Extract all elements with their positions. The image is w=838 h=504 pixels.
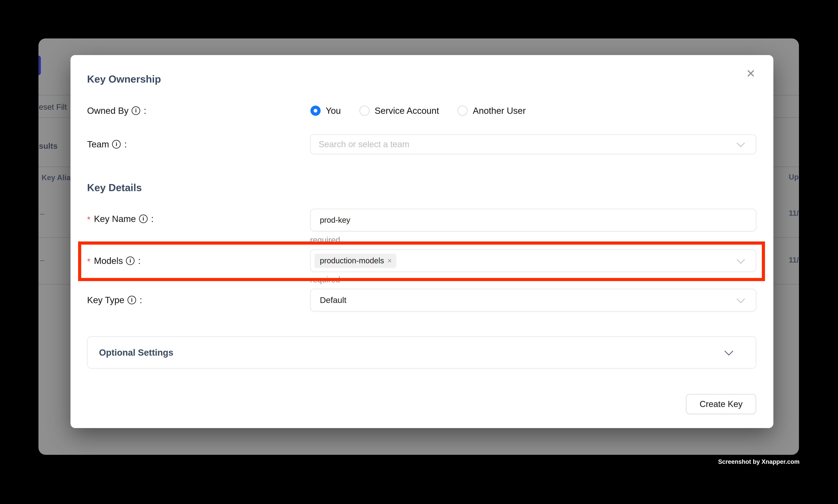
key-name-label: * Key Name i :	[87, 214, 154, 224]
team-label-text: Team	[87, 139, 109, 149]
radio-option-you[interactable]: You	[310, 105, 341, 116]
watermark-text: Screenshot by Xnapper.com	[718, 458, 800, 465]
key-type-select[interactable]: Default	[310, 289, 756, 311]
key-name-value: prod-key	[320, 216, 350, 224]
table-row-cell: 11/	[789, 256, 799, 264]
table-header-key-alias: Key Alia	[41, 174, 71, 182]
background-blue-button-fragment	[38, 56, 41, 75]
radio-option-another-user[interactable]: Another User	[458, 105, 525, 116]
results-count-fragment: sults	[39, 142, 58, 151]
label-colon: :	[124, 139, 127, 149]
chevron-down-icon	[737, 139, 745, 147]
info-icon[interactable]: i	[112, 140, 121, 148]
radio-option-service-account[interactable]: Service Account	[359, 105, 439, 116]
owned-by-label-text: Owned By	[87, 105, 128, 116]
radio-label: Another User	[473, 105, 525, 116]
table-header-updated: Up	[789, 173, 799, 181]
team-select[interactable]: Search or select a team	[310, 134, 756, 155]
label-colon: :	[144, 105, 146, 116]
key-ownership-section-title: Key Ownership	[87, 73, 161, 85]
team-select-placeholder: Search or select a team	[319, 139, 409, 149]
reset-filters-button-fragment[interactable]: eset Filt	[39, 103, 67, 112]
optional-settings-panel[interactable]: Optional Settings	[87, 336, 756, 369]
key-type-value: Default	[320, 295, 346, 305]
radio-label: Service Account	[375, 105, 439, 116]
close-icon[interactable]: ✕	[746, 68, 755, 79]
owned-by-radio-group: You Service Account Another User	[310, 105, 525, 116]
optional-settings-title: Optional Settings	[99, 347, 173, 358]
key-details-section-title: Key Details	[87, 182, 142, 194]
info-icon[interactable]: i	[139, 215, 148, 223]
create-key-button[interactable]: Create Key	[686, 394, 756, 414]
radio-button[interactable]	[458, 106, 468, 116]
table-row-cell: –	[40, 209, 44, 218]
key-name-label-text: Key Name	[94, 214, 136, 224]
radio-button[interactable]	[359, 106, 370, 116]
label-colon: :	[140, 295, 142, 305]
annotation-highlight-box	[78, 241, 765, 281]
key-name-input[interactable]: prod-key	[310, 209, 756, 232]
info-icon[interactable]: i	[127, 296, 136, 304]
team-label: Team i :	[87, 139, 127, 149]
owned-by-label: Owned By i :	[87, 105, 146, 116]
table-row-cell: –	[40, 256, 44, 265]
info-icon[interactable]: i	[131, 106, 140, 115]
radio-label: You	[326, 105, 341, 116]
table-row-cell: 11/	[789, 209, 799, 217]
chevron-down-icon	[737, 295, 745, 303]
key-type-label: Key Type i :	[87, 295, 142, 305]
required-asterisk: *	[87, 215, 90, 224]
label-colon: :	[151, 214, 154, 224]
key-type-label-text: Key Type	[87, 295, 124, 305]
chevron-down-icon	[724, 347, 733, 356]
radio-button-selected[interactable]	[310, 106, 321, 116]
